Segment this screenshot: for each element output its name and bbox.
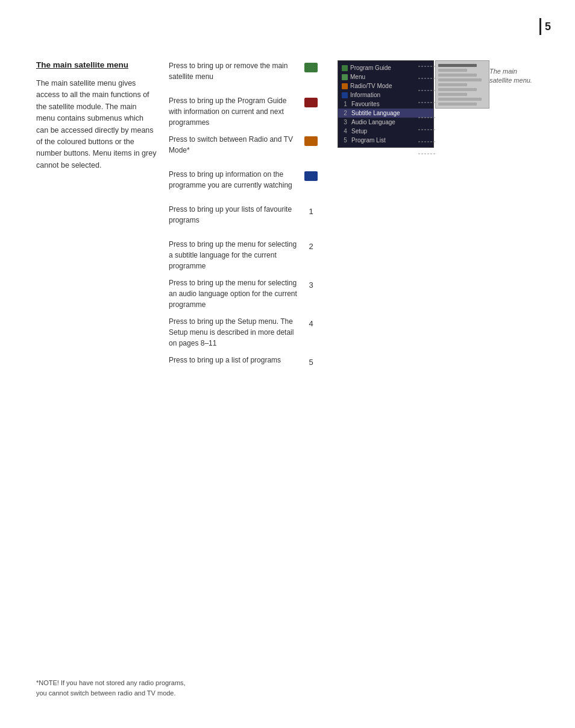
instruction-row-5: Press to bring up your lists of favourit…: [169, 204, 319, 233]
instruction-text-3: Press to switch between Radio and TV Mod…: [169, 134, 303, 156]
instruction-text-5: Press to bring up your lists of favourit…: [169, 204, 303, 226]
menu-num-3: 3: [342, 119, 349, 125]
number-5: 5: [304, 358, 318, 367]
thumb-line-8: [438, 98, 482, 101]
thumb-line-4: [438, 78, 482, 81]
instruction-text-8: Press to bring up the Setup menu. The Se…: [169, 316, 303, 349]
menu-label-setup: Setup: [351, 128, 367, 135]
thumb-line-1: [438, 64, 477, 67]
instruction-row-9: Press to bring up a list of programs 5: [169, 355, 319, 384]
indicator-green: [303, 62, 319, 74]
instruction-text-2: Press to bring up the Program Guide with…: [169, 95, 303, 128]
instructions-column: Press to bring up or remove the main sat…: [169, 60, 325, 390]
menu-label-menu: Menu: [350, 74, 365, 80]
menu-section: Program Guide Menu Radio/TV Mode In: [338, 60, 539, 148]
thumb-line-6: [438, 88, 477, 91]
menu-dot-green2: [342, 74, 348, 80]
menu-label-program-guide: Program Guide: [350, 65, 391, 71]
instruction-text-1: Press to bring up or remove the main sat…: [169, 60, 303, 82]
main-content: The main satellite menu The main satelli…: [36, 60, 539, 390]
instruction-row-3: Press to switch between Radio and TV Mod…: [169, 134, 319, 163]
instruction-row-8: Press to bring up the Setup menu. The Se…: [169, 316, 319, 349]
left-column: The main satellite menu The main satelli…: [36, 60, 169, 390]
indicator-3: 3: [303, 279, 319, 291]
instruction-text-9: Press to bring up a list of programs: [169, 355, 303, 366]
indicator-blue: [303, 170, 319, 182]
footer-line-1: *NOTE! If you have not stored any radio …: [36, 678, 186, 688]
menu-num-2: 2: [342, 110, 349, 116]
indicator-4: 4: [303, 317, 319, 329]
number-4: 4: [304, 319, 318, 328]
page-container: The main satellite menu The main satelli…: [0, 0, 575, 728]
number-2: 2: [304, 242, 318, 251]
thumb-content: [436, 61, 489, 109]
indicator-red: [303, 97, 319, 109]
menu-label-information: Information: [350, 92, 380, 98]
thumb-line-3: [438, 74, 477, 77]
instruction-row-2: Press to bring up the Program Guide with…: [169, 95, 319, 128]
thumb-line-5: [438, 83, 467, 86]
indicator-orange: [303, 135, 319, 147]
menu-dot-blue: [342, 92, 348, 98]
footer-note: *NOTE! If you have not stored any radio …: [36, 678, 186, 698]
thumb-line-7: [438, 93, 467, 96]
red-button: [304, 98, 318, 107]
instruction-text-4: Press to bring up information on the pro…: [169, 169, 303, 191]
menu-caption: The main satellite menu.: [489, 68, 532, 84]
section-description: The main satellite menu gives access to …: [36, 78, 157, 171]
instruction-row-7: Press to bring up the menu for selecting…: [169, 277, 319, 310]
menu-label-program-list: Program List: [351, 137, 386, 144]
menu-num-4: 4: [342, 128, 349, 135]
instruction-text-6: Press to bring up the menu for selecting…: [169, 239, 303, 271]
number-1: 1: [304, 207, 318, 216]
number-3: 3: [304, 280, 318, 290]
menu-label-subtitle: Subtitle Language: [351, 110, 400, 116]
screenshot-thumbnail: [435, 60, 489, 109]
menu-num-1: 1: [342, 101, 349, 107]
menu-label-radio-tv: Radio/TV Mode: [350, 83, 392, 89]
orange-button: [304, 136, 318, 146]
section-title: The main satellite menu: [36, 60, 157, 69]
green-button: [304, 63, 318, 72]
menu-num-5: 5: [342, 137, 349, 144]
footer-line-2: you cannot switch between radio and TV m…: [36, 688, 186, 698]
thumb-line-2: [438, 69, 467, 72]
menu-label-favourites: Favourites: [351, 101, 380, 107]
menu-label-audio: Audio Language: [351, 119, 395, 125]
right-column: Program Guide Menu Radio/TV Mode In: [325, 60, 539, 390]
thumb-line-9: [438, 103, 477, 106]
instruction-row-4: Press to bring up information on the pro…: [169, 169, 319, 198]
instruction-row-6: Press to bring up the menu for selecting…: [169, 239, 319, 271]
pointer-arrows: [412, 60, 436, 157]
menu-dot-orange: [342, 83, 348, 89]
instruction-text-7: Press to bring up the menu for selecting…: [169, 277, 303, 310]
indicator-5: 5: [303, 356, 319, 368]
instruction-row-1: Press to bring up or remove the main sat…: [169, 60, 319, 89]
indicator-2: 2: [303, 240, 319, 252]
indicator-1: 1: [303, 205, 319, 217]
menu-dot-green: [342, 65, 348, 71]
blue-button: [304, 171, 318, 181]
